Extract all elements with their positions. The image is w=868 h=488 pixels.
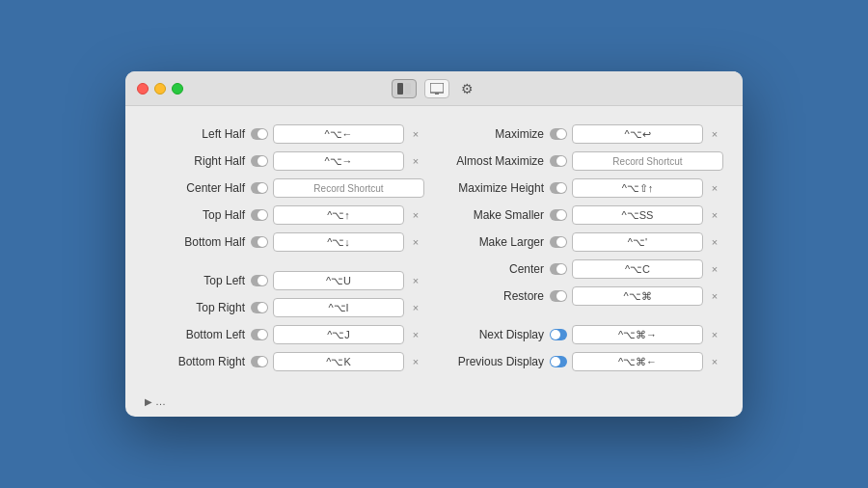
shortcut-input[interactable]: ^⌥I <box>273 298 404 317</box>
shortcut-row: Almost MaximizeRecord Shortcut <box>444 149 723 174</box>
shortcut-row: Bottom Left^⌥J× <box>145 322 424 347</box>
display-icon[interactable] <box>424 79 449 98</box>
shortcut-input[interactable]: ^⌥↩ <box>572 124 703 144</box>
shortcut-row: Left Half^⌥←× <box>145 122 424 147</box>
close-button[interactable] <box>137 83 149 95</box>
shortcut-input[interactable]: ^⌥→ <box>273 151 404 171</box>
clear-shortcut-button[interactable]: × <box>706 179 723 197</box>
shortcut-input[interactable]: ^⌥' <box>572 232 703 252</box>
clear-shortcut-button[interactable]: × <box>706 353 723 370</box>
toggle-switch[interactable] <box>251 356 268 367</box>
bottom-bar: ▶ … <box>125 390 743 417</box>
clear-shortcut-button[interactable]: × <box>407 152 424 170</box>
toggle-switch[interactable] <box>550 329 567 340</box>
clear-shortcut-button[interactable]: × <box>407 125 424 143</box>
shortcut-row: Maximize^⌥↩× <box>444 122 723 147</box>
shortcut-input[interactable]: ^⌥⇧↑ <box>572 178 703 198</box>
toggle-switch[interactable] <box>550 290 567 302</box>
shortcut-input[interactable]: ^⌥⌘→ <box>572 325 703 344</box>
row-label: Right Half <box>145 154 251 168</box>
expand-label: … <box>155 395 166 407</box>
toggle-switch[interactable] <box>251 302 268 313</box>
toggle-switch[interactable] <box>550 182 567 194</box>
row-label: Top Half <box>145 208 251 222</box>
clear-shortcut-button[interactable]: × <box>706 326 723 343</box>
shortcut-input[interactable]: ^⌥SS <box>572 205 703 225</box>
toggle-switch[interactable] <box>550 209 567 221</box>
clear-shortcut-button[interactable]: × <box>706 233 723 251</box>
shortcut-row: Center^⌥C× <box>444 257 723 282</box>
clear-shortcut-button[interactable]: × <box>706 287 723 305</box>
toggle-switch[interactable] <box>251 182 268 194</box>
clear-shortcut-button[interactable]: × <box>407 206 424 224</box>
expand-button[interactable]: ▶ … <box>145 395 166 407</box>
shortcut-input[interactable]: ^⌥⌘ <box>572 286 703 306</box>
row-label: Center <box>444 262 550 276</box>
shortcut-input[interactable]: ^⌥↓ <box>273 232 404 252</box>
clear-shortcut-button[interactable]: × <box>407 326 424 343</box>
clear-shortcut-button[interactable]: × <box>407 353 424 370</box>
spacer <box>145 257 424 266</box>
snap-layout-icon[interactable] <box>392 79 417 98</box>
shortcut-input[interactable]: ^⌥⌘← <box>572 352 703 371</box>
row-label: Center Half <box>145 181 251 195</box>
toggle-switch[interactable] <box>251 275 268 286</box>
shortcut-row: Make Smaller^⌥SS× <box>444 203 723 228</box>
row-label: Make Smaller <box>444 208 550 222</box>
row-label: Almost Maximize <box>444 154 550 168</box>
shortcut-input[interactable]: ^⌥↑ <box>273 205 404 225</box>
content-area: Left Half^⌥←×Right Half^⌥→×Center HalfRe… <box>125 106 743 390</box>
svg-rect-0 <box>397 83 403 95</box>
row-label: Left Half <box>145 127 251 141</box>
row-label: Previous Display <box>444 355 550 368</box>
toggle-switch[interactable] <box>251 155 268 167</box>
toggle-switch[interactable] <box>251 128 268 140</box>
clear-shortcut-button[interactable]: × <box>407 272 424 289</box>
toggle-switch[interactable] <box>550 155 567 167</box>
shortcut-row: Top Right^⌥I× <box>145 295 424 320</box>
shortcut-input[interactable]: ^⌥← <box>273 124 404 144</box>
settings-gear-icon[interactable]: ⚙ <box>457 79 476 98</box>
row-label: Restore <box>444 289 550 303</box>
shortcut-row: Next Display^⌥⌘→× <box>444 322 723 347</box>
svg-rect-1 <box>405 83 411 95</box>
shortcut-input[interactable]: ^⌥C <box>572 259 703 279</box>
shortcut-row: Bottom Half^⌥↓× <box>145 230 424 255</box>
row-label: Bottom Half <box>145 235 251 249</box>
clear-shortcut-button[interactable]: × <box>706 125 723 143</box>
toggle-switch[interactable] <box>550 128 567 140</box>
toggle-switch[interactable] <box>251 329 268 340</box>
shortcut-row: Right Half^⌥→× <box>145 149 424 174</box>
shortcut-row: Center HalfRecord Shortcut <box>145 176 424 201</box>
shortcut-input[interactable]: Record Shortcut <box>273 178 424 198</box>
toggle-switch[interactable] <box>550 236 567 248</box>
shortcut-row: Top Half^⌥↑× <box>145 203 424 228</box>
row-label: Top Right <box>145 301 251 314</box>
svg-rect-2 <box>430 83 444 93</box>
shortcut-input[interactable]: ^⌥J <box>273 325 404 344</box>
minimize-button[interactable] <box>154 83 166 95</box>
toggle-switch[interactable] <box>550 356 567 367</box>
clear-shortcut-button[interactable]: × <box>706 260 723 278</box>
toggle-switch[interactable] <box>550 263 567 275</box>
traffic-lights <box>137 83 183 95</box>
clear-shortcut-button[interactable]: × <box>706 206 723 224</box>
shortcut-row: Previous Display^⌥⌘←× <box>444 349 723 374</box>
shortcut-input[interactable]: ^⌥K <box>273 352 404 371</box>
shortcut-input[interactable]: ^⌥U <box>273 271 404 290</box>
toggle-switch[interactable] <box>251 209 268 221</box>
row-label: Bottom Right <box>145 355 251 368</box>
maximize-button[interactable] <box>172 83 183 95</box>
shortcut-row: Bottom Right^⌥K× <box>145 349 424 374</box>
shortcut-row: Top Left^⌥U× <box>145 268 424 293</box>
toggle-switch[interactable] <box>251 236 268 248</box>
left-section: Left Half^⌥←×Right Half^⌥→×Center HalfRe… <box>145 122 424 374</box>
clear-shortcut-button[interactable]: × <box>407 299 424 316</box>
shortcut-input[interactable]: Record Shortcut <box>572 151 723 171</box>
row-label: Maximize Height <box>444 181 550 195</box>
clear-shortcut-button[interactable]: × <box>407 233 424 251</box>
spacer <box>444 311 723 320</box>
shortcut-row: Restore^⌥⌘× <box>444 284 723 309</box>
app-window: ⚙ Left Half^⌥←×Right Half^⌥→×Center Half… <box>125 71 743 417</box>
row-label: Next Display <box>444 328 550 341</box>
